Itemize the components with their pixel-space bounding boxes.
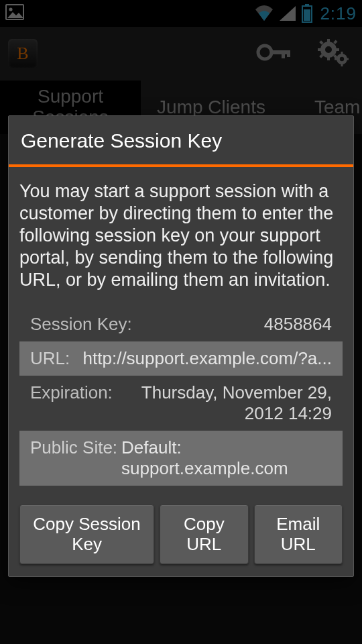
expiration-label: Expiration:	[30, 382, 117, 424]
dialog-info-block: Session Key: 4858864 URL: http://support…	[19, 307, 343, 486]
dialog-title: Generate Session Key	[9, 116, 353, 164]
generate-session-key-dialog: Generate Session Key You may start a sup…	[8, 115, 354, 577]
row-session-key: Session Key: 4858864	[19, 307, 343, 341]
expiration-value: Thursday, November 29, 2012 14:29	[117, 382, 332, 424]
row-public-site: Public Site: Default: support.example.co…	[19, 431, 343, 486]
dialog-button-row: Copy Session Key Copy URL Email URL	[9, 496, 353, 577]
session-key-label: Session Key:	[30, 314, 136, 335]
url-label: URL:	[30, 348, 74, 369]
url-value: http://support.example.com/?a...	[74, 348, 332, 369]
row-expiration: Expiration: Thursday, November 29, 2012 …	[19, 376, 343, 431]
public-site-value: Default: support.example.com	[121, 437, 332, 479]
dialog-description: You may start a support session with a c…	[19, 180, 343, 291]
session-key-value: 4858864	[136, 314, 332, 335]
dialog-body: You may start a support session with a c…	[9, 167, 353, 496]
public-site-label: Public Site:	[30, 437, 121, 479]
copy-session-key-button[interactable]: Copy Session Key	[19, 504, 154, 565]
email-url-button[interactable]: Email URL	[254, 504, 343, 565]
copy-url-button[interactable]: Copy URL	[160, 504, 248, 565]
row-url: URL: http://support.example.com/?a...	[19, 341, 343, 376]
